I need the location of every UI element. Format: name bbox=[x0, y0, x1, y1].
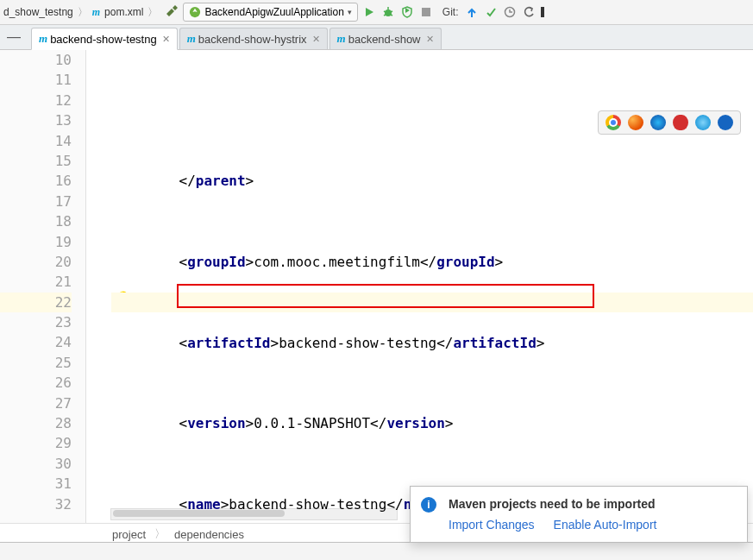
editor-tab[interactable]: m backend-show ✕ bbox=[329, 28, 442, 49]
git-commit-button[interactable] bbox=[483, 6, 499, 18]
code-editor[interactable]: 💡 10111213 14151617 18192021 22232425 26… bbox=[0, 50, 753, 523]
svg-line-3 bbox=[384, 11, 386, 12]
toolbar-overflow-icon[interactable] bbox=[540, 6, 549, 18]
code-line: </parent> bbox=[146, 171, 753, 191]
breadcrumb-item[interactable]: pom.xml bbox=[104, 6, 143, 18]
structure-crumb-item[interactable]: project bbox=[112, 528, 146, 541]
breadcrumb-separator: 〉 bbox=[147, 5, 158, 20]
firefox-icon[interactable] bbox=[628, 115, 643, 130]
fold-gutter[interactable] bbox=[86, 50, 111, 523]
hide-tool-window-icon[interactable]: — bbox=[7, 29, 21, 45]
maven-file-icon: m bbox=[39, 32, 47, 46]
tab-label: backend-show bbox=[348, 33, 421, 46]
stop-button[interactable] bbox=[418, 7, 434, 17]
editor-tabs: m backend-show-testng ✕ m backend-show-h… bbox=[0, 25, 753, 50]
line-number-gutter: 10111213 14151617 18192021 22232425 2627… bbox=[0, 50, 86, 523]
run-configuration-label: BackendApigwZuulApplication bbox=[204, 6, 343, 18]
debug-button[interactable] bbox=[380, 6, 396, 18]
chevron-down-icon: ▾ bbox=[348, 8, 352, 16]
breadcrumb-item[interactable]: d_show_testng bbox=[3, 6, 73, 18]
breadcrumb[interactable]: d_show_testng 〉 m pom.xml 〉 bbox=[3, 5, 160, 20]
editor-tab-active[interactable]: m backend-show-testng ✕ bbox=[31, 28, 178, 50]
svg-line-5 bbox=[384, 15, 386, 16]
top-toolbar: d_show_testng 〉 m pom.xml 〉 BackendApigw… bbox=[0, 0, 753, 25]
enable-auto-import-link[interactable]: Enable Auto-Import bbox=[554, 518, 657, 532]
run-button[interactable] bbox=[361, 6, 377, 18]
chrome-icon[interactable] bbox=[606, 115, 621, 130]
annotation-box bbox=[177, 284, 594, 308]
notification-title: Maven projects need to be imported bbox=[449, 497, 733, 511]
run-coverage-button[interactable] bbox=[399, 6, 415, 18]
edge-icon[interactable] bbox=[718, 115, 733, 130]
close-icon[interactable]: ✕ bbox=[312, 34, 320, 45]
close-icon[interactable]: ✕ bbox=[426, 34, 434, 45]
maven-file-icon: m bbox=[337, 32, 346, 46]
code-line: <artifactId>backend-show-testng</artifac… bbox=[146, 333, 753, 353]
status-bar bbox=[0, 542, 753, 560]
svg-line-6 bbox=[391, 15, 392, 16]
svg-point-1 bbox=[385, 9, 392, 16]
git-label: Git: bbox=[442, 6, 459, 18]
maven-import-notification: i Maven projects need to be imported Imp… bbox=[410, 486, 748, 543]
git-revert-button[interactable] bbox=[521, 6, 537, 18]
code-line: <version>0.0.1-SNAPSHOT</version> bbox=[146, 413, 753, 433]
ie-icon[interactable] bbox=[695, 115, 711, 130]
tab-label: backend-show-hystrix bbox=[198, 33, 307, 46]
editor-tab[interactable]: m backend-show-hystrix ✕ bbox=[179, 28, 328, 49]
build-hammer-icon[interactable] bbox=[164, 4, 179, 20]
code-line: <groupId>com.mooc.meetingfilm</groupId> bbox=[146, 252, 753, 272]
run-configuration-dropdown[interactable]: BackendApigwZuulApplication ▾ bbox=[183, 3, 357, 22]
maven-file-icon: m bbox=[92, 6, 100, 19]
breadcrumb-separator: 〉 bbox=[78, 5, 88, 20]
spring-boot-icon bbox=[189, 6, 201, 18]
svg-line-4 bbox=[391, 11, 392, 12]
svg-rect-9 bbox=[541, 7, 544, 17]
info-icon: i bbox=[421, 497, 436, 513]
maven-file-icon: m bbox=[187, 32, 196, 46]
import-changes-link[interactable]: Import Changes bbox=[449, 518, 535, 532]
git-update-button[interactable] bbox=[464, 6, 480, 18]
svg-rect-7 bbox=[422, 8, 430, 16]
opera-icon[interactable] bbox=[673, 115, 688, 130]
tab-label: backend-show-testng bbox=[50, 33, 157, 46]
close-icon[interactable]: ✕ bbox=[162, 34, 170, 45]
git-history-button[interactable] bbox=[502, 6, 518, 18]
safari-icon[interactable] bbox=[650, 115, 666, 130]
open-in-browser-toolbar bbox=[598, 110, 741, 135]
